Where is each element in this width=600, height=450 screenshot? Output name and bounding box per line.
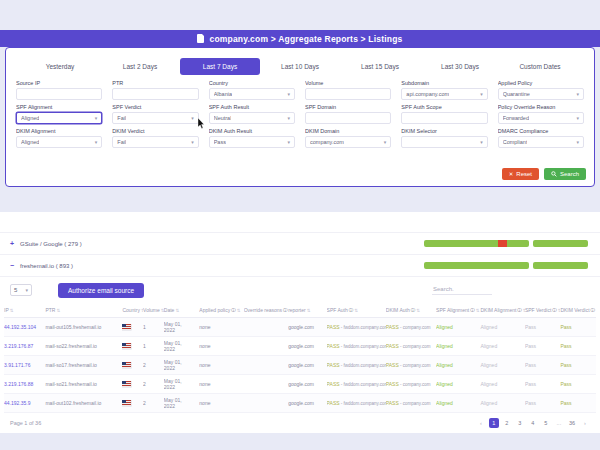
column-header-ptr[interactable]: PTR⇅	[45, 307, 122, 313]
authorize-email-source-button[interactable]: Authorize email source	[58, 283, 144, 298]
column-header-override-reasons[interactable]: Override reasonsⓘ⇅	[244, 307, 288, 313]
page-button-5[interactable]: 5	[541, 418, 551, 428]
page-button-3[interactable]: 3	[515, 418, 525, 428]
filter-spf-verdict-select[interactable]: Fail▾	[112, 112, 198, 124]
sort-icon[interactable]: ⇅	[416, 308, 420, 313]
ip-link[interactable]: 3.219.176.88	[4, 381, 33, 387]
filter-dkim-alignment-select[interactable]: Aligned▾	[16, 136, 102, 148]
table-row[interactable]: 44.192.35.104mail-out105.freshemail.io1M…	[4, 318, 596, 337]
filter-dmarc-compliance-select[interactable]: Compliant▾	[498, 136, 584, 148]
filter-dkim-selector-select[interactable]: ▾	[401, 136, 487, 148]
tab-last-30-days[interactable]: Last 30 Days	[420, 58, 500, 75]
column-header-spf-alignment[interactable]: SPF Alignmentⓘ⇅	[436, 307, 480, 313]
table-body: 44.192.35.104mail-out105.freshemail.io1M…	[4, 318, 596, 413]
sort-icon[interactable]: ⇅	[237, 308, 241, 313]
filter-label: PTR	[112, 80, 198, 86]
page-button-4[interactable]: 4	[528, 418, 538, 428]
filter-spf-auth-scope-input[interactable]	[401, 112, 487, 124]
column-header-reporter[interactable]: reporter⇅	[288, 307, 326, 313]
info-icon[interactable]: ⓘ	[470, 308, 475, 313]
filter-spf-domain-input[interactable]	[305, 112, 391, 124]
sort-icon[interactable]: ⇅	[10, 308, 14, 313]
page-button-2[interactable]: 2	[502, 418, 512, 428]
column-header-spf-verdict[interactable]: SPF Verdictⓘ⇅	[525, 307, 561, 313]
column-header-country[interactable]: Country⇅	[122, 307, 143, 313]
cell-volume: 2	[143, 400, 164, 406]
spf-auth-domain: - fwddom.company.com	[340, 401, 386, 406]
column-header-applied-policy[interactable]: Applied policyⓘ⇅	[199, 307, 243, 313]
tab-last-15-days[interactable]: Last 15 Days	[340, 58, 420, 75]
table-row[interactable]: 44.192.35.9mail-out102.freshemail.io2May…	[4, 394, 596, 413]
filter-subdomain-select[interactable]: api.company.com▾	[401, 88, 487, 100]
tab-last-7-days[interactable]: Last 7 Days	[180, 58, 260, 75]
info-icon[interactable]: ⓘ	[231, 308, 236, 313]
source-group-row[interactable]: +GSuite / Google ( 279 )	[0, 233, 600, 255]
dkim-auth-domain: - company.com	[399, 363, 431, 368]
chevron-down-icon: ▾	[287, 116, 290, 121]
ip-link[interactable]: 3.91.171.76	[4, 362, 30, 368]
search-button[interactable]: Search	[544, 168, 586, 180]
filter-dkim-verdict-select[interactable]: Fail▾	[112, 136, 198, 148]
reset-button[interactable]: ✕ Reset	[502, 168, 539, 180]
info-icon[interactable]: ⓘ	[591, 308, 596, 313]
filter-source-ip-input[interactable]	[16, 88, 102, 100]
info-icon[interactable]: ⓘ	[349, 308, 354, 313]
sort-icon[interactable]: ⇅	[354, 308, 358, 313]
next-page-button[interactable]: ›	[580, 418, 590, 428]
tab-last-10-days[interactable]: Last 10 Days	[260, 58, 340, 75]
filter-dkim-domain-select[interactable]: company.com▾	[305, 136, 391, 148]
table-row[interactable]: 3.91.171.76mail-so17.freshemail.io2May 0…	[4, 356, 596, 375]
table-row[interactable]: 3.219.176.87mail-so22.freshemail.io1May …	[4, 337, 596, 356]
table-search-input[interactable]	[432, 284, 492, 295]
magnifier-icon	[551, 171, 557, 177]
column-header-ip[interactable]: IP⇅	[4, 307, 45, 313]
tab-custom-dates[interactable]: Custom Dates	[500, 58, 580, 75]
collapse-icon[interactable]: −	[10, 262, 16, 269]
page-button-1[interactable]: 1	[489, 418, 499, 428]
cell-spf_auth: PASS - fwddom.company.com	[327, 324, 386, 330]
page-size-select[interactable]: 5 ▾	[10, 284, 32, 296]
ip-link[interactable]: 44.192.35.104	[4, 324, 36, 330]
expand-icon[interactable]: +	[10, 240, 16, 247]
sort-icon[interactable]: ⇅	[56, 308, 60, 313]
ip-link[interactable]: 3.219.176.87	[4, 343, 33, 349]
spf-auth-domain: - fwddom.company.com	[340, 344, 386, 349]
prev-page-button[interactable]: ‹	[476, 418, 486, 428]
filter-spf-auth-result-select[interactable]: Neutral▾	[209, 112, 295, 124]
source-group-row[interactable]: −freshemail.io ( 893 )	[0, 255, 600, 277]
filter-volume-input[interactable]	[305, 88, 391, 100]
filter-field-spf-auth-scope: SPF Auth Scope	[401, 104, 487, 124]
filter-applied-policy-select[interactable]: Quarantine▾	[498, 88, 584, 100]
info-icon[interactable]: ⓘ	[517, 308, 522, 313]
column-header-date[interactable]: Date⇅	[164, 307, 200, 313]
info-icon[interactable]: ⓘ	[411, 308, 416, 313]
column-header-dkim-auth[interactable]: DKIM Authⓘ⇅	[386, 307, 436, 313]
page-button-36[interactable]: 36	[567, 418, 577, 428]
cell-dkim_verdict: Pass	[560, 324, 596, 330]
filter-field-country: CountryAlbania▾	[209, 80, 295, 100]
tab-last-2-days[interactable]: Last 2 Days	[100, 58, 180, 75]
column-header-spf-auth[interactable]: SPF Authⓘ⇅	[327, 307, 386, 313]
filter-policy-override-reason-select[interactable]: Forwarded▾	[498, 112, 584, 124]
info-icon[interactable]: ⓘ	[552, 308, 557, 313]
info-icon[interactable]: ⓘ	[283, 308, 288, 313]
ip-link[interactable]: 44.192.35.9	[4, 400, 30, 406]
cell-policy: none	[199, 400, 243, 406]
table-row[interactable]: 3.219.176.88mail-so21.freshemail.io2May …	[4, 375, 596, 394]
cell-dkim_alignment: Aligned	[480, 381, 524, 387]
column-header-volume[interactable]: Volume⇅	[143, 307, 164, 313]
filter-grid: Source IPPTRCountryAlbania▾VolumeSubdoma…	[6, 75, 594, 148]
column-header-dkim-verdict[interactable]: DKIM Verdictⓘ⇅	[560, 307, 596, 313]
page-title: company.com > Aggregate Reports > Listin…	[209, 34, 402, 44]
cell-volume: 1	[143, 343, 164, 349]
column-header-dkim-alignment[interactable]: DKIM Alignmentⓘ⇅	[480, 307, 524, 313]
filter-dkim-auth-result-select[interactable]: Pass▾	[209, 136, 295, 148]
sort-icon[interactable]: ⇅	[476, 308, 480, 313]
tab-yesterday[interactable]: Yesterday	[20, 58, 100, 75]
sort-icon[interactable]: ⇅	[307, 308, 311, 313]
filter-ptr-input[interactable]	[112, 88, 198, 100]
filter-country-select[interactable]: Albania▾	[209, 88, 295, 100]
cell-country	[122, 362, 143, 369]
sort-icon[interactable]: ⇅	[175, 308, 179, 313]
filter-spf-alignment-select[interactable]: Aligned▾	[16, 112, 102, 124]
